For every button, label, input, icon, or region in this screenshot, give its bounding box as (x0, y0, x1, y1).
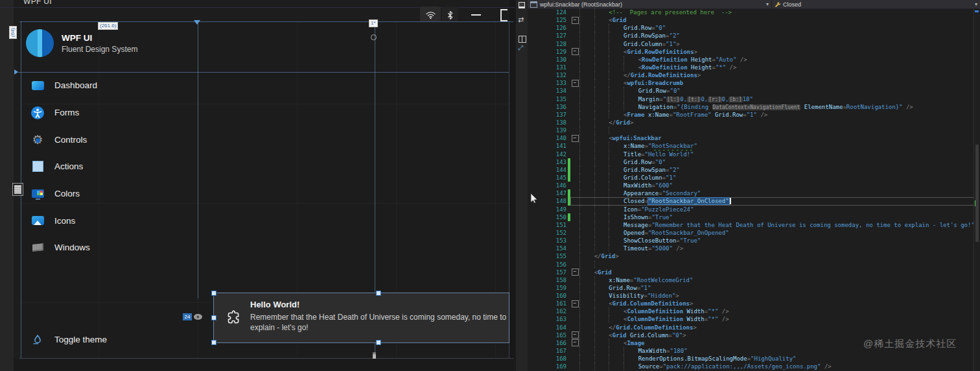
code-line[interactable]: 132</Grid.RowDefinitions> (528, 71, 980, 79)
line-number[interactable]: 154 (528, 245, 566, 252)
code-line[interactable]: 169Source="pack://application:,,,/Assets… (528, 363, 980, 370)
code-line[interactable]: 158x:Name="RootWelcomeGrid" (528, 276, 980, 284)
editor-scrollbar[interactable] (974, 8, 980, 371)
code-line[interactable]: 162<ColumnDefinition Width="*" /> (528, 307, 980, 315)
code-area[interactable]: 124<!-- Pages are presented here -->125−… (528, 8, 980, 371)
line-number[interactable]: 129 (528, 48, 566, 56)
fold-collapse-icon[interactable]: − (570, 48, 579, 56)
line-number[interactable]: 166 (528, 339, 566, 347)
nav-item-actions[interactable]: Actions (30, 153, 97, 180)
code-line[interactable]: 157−<Grid (528, 269, 980, 276)
line-number[interactable]: 131 (528, 64, 566, 71)
line-number[interactable]: 149 (528, 206, 566, 213)
code-line[interactable]: 124<!-- Pages are presented here --> (528, 8, 980, 16)
code-line[interactable]: 152Opened="RootSnackbar_OnOpened" (528, 229, 980, 237)
nav-item-windows[interactable]: Windows (30, 234, 97, 261)
line-number[interactable]: 160 (528, 292, 566, 300)
code-line[interactable]: 138</Grid> (528, 119, 980, 126)
code-line[interactable]: 153ShowCloseButton="True" (528, 237, 980, 245)
selection-handle-top-left[interactable] (211, 291, 216, 296)
line-number[interactable]: 150 (528, 213, 566, 221)
swap-panes-icon[interactable]: ⇄ (518, 16, 524, 24)
code-line[interactable]: 145Grid.Column="1" (528, 174, 980, 182)
code-line[interactable]: 144Grid.RowSpan="2" (528, 166, 980, 174)
fold-collapse-icon[interactable]: − (570, 269, 579, 276)
code-line[interactable]: 125−<Grid (528, 16, 980, 24)
line-number[interactable]: 145 (528, 174, 566, 182)
code-line[interactable]: 147Appearance="Secondary" (528, 189, 980, 197)
margin-adorner[interactable] (12, 183, 23, 196)
fold-collapse-icon[interactable]: − (570, 331, 579, 339)
line-number[interactable]: 140 (528, 134, 566, 142)
code-line[interactable]: 161−<Grid.ColumnDefinitions> (528, 300, 980, 307)
selection-handle-bottom-left[interactable] (211, 340, 216, 345)
line-number[interactable]: 146 (528, 182, 566, 189)
expand-pane-icon[interactable]: ⤢ (518, 44, 523, 52)
maximize-icon[interactable] (500, 9, 508, 21)
line-number[interactable]: 132 (528, 71, 566, 79)
line-number[interactable]: 143 (528, 158, 566, 166)
code-line[interactable]: 129−<Grid.RowDefinitions> (528, 48, 980, 56)
xaml-code-editor[interactable]: wpfui:Snackbar (RootSnackbar) ▾ Closed ▾… (528, 0, 980, 371)
code-line[interactable]: 136Navigation="{Binding DataContext=Navi… (528, 103, 980, 111)
line-number[interactable]: 138 (528, 119, 566, 126)
fold-collapse-icon[interactable]: − (570, 79, 579, 87)
object-dropdown[interactable]: wpfui:Snackbar (RootSnackbar) ▾ (528, 0, 771, 8)
code-line[interactable]: 131<RowDefinition Height="*" /> (528, 64, 980, 71)
line-number[interactable]: 152 (528, 229, 566, 237)
line-number[interactable]: 169 (528, 363, 566, 370)
code-line[interactable]: 148Closed="RootSnackbar_OnClosed" (528, 197, 980, 205)
line-number[interactable]: 167 (528, 347, 566, 355)
line-number[interactable]: 151 (528, 221, 566, 229)
designer-splitter-bar[interactable]: ⇄ ⤢ (515, 0, 528, 371)
line-number[interactable]: 124 (528, 8, 566, 16)
nav-item-dashboard[interactable]: Dashboard (30, 72, 97, 99)
line-number[interactable]: 158 (528, 276, 566, 284)
line-number[interactable]: 157 (528, 269, 566, 276)
line-number[interactable]: 135 (528, 95, 566, 103)
line-number[interactable]: 141 (528, 142, 566, 150)
event-dropdown[interactable]: Closed ▾ (772, 0, 980, 8)
anchor-adorner[interactable] (371, 34, 377, 40)
nav-item-icons[interactable]: Icons (30, 207, 97, 234)
toggle-theme-button[interactable]: Toggle theme (30, 331, 107, 347)
code-line[interactable]: 164</Grid.ColumnDefinitions> (528, 324, 980, 331)
code-line[interactable]: 149Icon="PuzzlePiece24" (528, 206, 980, 213)
code-line[interactable]: 141x:Name="RootSnackbar" (528, 142, 980, 150)
line-number[interactable]: 126 (528, 24, 566, 32)
code-line[interactable]: 135Margin="[l:]0,[t:]0,[r:]0,[b:]18" (528, 95, 980, 103)
code-line[interactable]: 160Visibility="Hidden"> (528, 292, 980, 300)
code-line[interactable]: 134Grid.Row="0" (528, 87, 980, 95)
line-number[interactable]: 127 (528, 32, 566, 40)
fold-collapse-icon[interactable]: − (570, 339, 579, 347)
code-line[interactable]: 127Grid.RowSpan="2" (528, 32, 980, 40)
code-line[interactable]: 151Message="Remember that the Heat Death… (528, 221, 980, 229)
code-line[interactable]: 143Grid.Row="0" (528, 158, 980, 166)
line-number[interactable]: 153 (528, 237, 566, 245)
line-number[interactable]: 165 (528, 331, 566, 339)
code-line[interactable]: 133−<wpfui:Breadcrumb (528, 79, 980, 87)
selection-handle-bottom-mid[interactable] (376, 340, 381, 345)
line-number[interactable]: 133 (528, 79, 566, 87)
line-number[interactable]: 155 (528, 252, 566, 260)
code-line[interactable]: 140−<wpfui:Snackbar (528, 134, 980, 142)
code-line[interactable]: 126Grid.Row="0" (528, 24, 980, 32)
line-number[interactable]: 139 (528, 126, 566, 134)
split-view-icon[interactable] (519, 36, 526, 43)
nav-item-forms[interactable]: Forms (30, 99, 97, 126)
line-number[interactable]: 128 (528, 40, 566, 48)
row-marker[interactable] (14, 69, 18, 75)
xaml-designer-surface[interactable]: WPF UI WPF UI Fluent Design System (0, 0, 515, 371)
line-number[interactable]: 137 (528, 111, 566, 119)
code-line[interactable]: 139 (528, 126, 980, 134)
line-number[interactable]: 159 (528, 284, 566, 292)
line-number[interactable]: 168 (528, 355, 566, 363)
fold-collapse-icon[interactable]: − (570, 300, 579, 307)
code-line[interactable]: 130<RowDefinition Height="Auto" /> (528, 56, 980, 64)
line-number[interactable]: 162 (528, 307, 566, 315)
code-line[interactable]: 137<Frame x:Name="RootFrame" Grid.Row="1… (528, 111, 980, 119)
code-line[interactable]: 168RenderOptions.BitmapScalingMode="High… (528, 355, 980, 363)
line-number[interactable]: 134 (528, 87, 566, 95)
line-number[interactable]: 163 (528, 315, 566, 323)
fold-collapse-icon[interactable]: − (570, 16, 579, 24)
